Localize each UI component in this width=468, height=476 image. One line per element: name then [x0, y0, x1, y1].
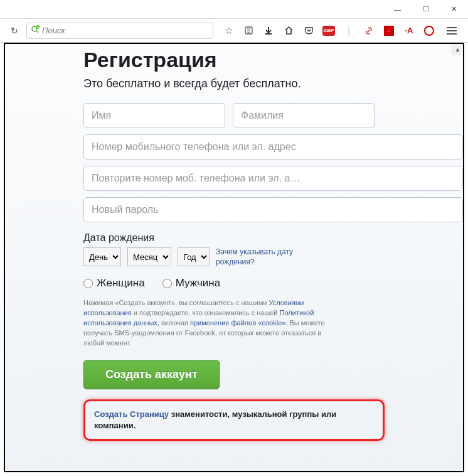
gender-male-label: Мужчина: [176, 277, 220, 289]
window-close-button[interactable]: ✕: [440, 0, 468, 19]
dob-year-select[interactable]: Год: [178, 247, 210, 266]
create-page-link[interactable]: Создать Страницу: [94, 409, 169, 419]
gender-female-option[interactable]: Женщина: [83, 277, 145, 289]
create-account-button[interactable]: Создать аккаунт: [83, 360, 220, 389]
svg-text:+: +: [37, 25, 39, 29]
page-subtitle: Это бесплатно и всегда будет бесплатно.: [83, 77, 463, 90]
adblock-icon[interactable]: ABP: [322, 24, 335, 37]
page-content: ▲ Регистрация Это бесплатно и всегда буд…: [4, 43, 464, 472]
dob-help-link[interactable]: Зачем указывать дату рождения?: [216, 247, 297, 267]
ring-extension-icon[interactable]: [423, 24, 435, 37]
first-name-input[interactable]: [83, 103, 225, 128]
svg-line-1: [36, 31, 38, 33]
window-titlebar: — ☐ ✕: [0, 0, 468, 19]
dob-row: День Месяц Год Зачем указывать дату рожд…: [83, 247, 463, 267]
window-maximize-button[interactable]: ☐: [412, 0, 440, 19]
search-icon: +: [31, 25, 40, 36]
search-box[interactable]: +: [26, 23, 213, 39]
mobile-email-repeat-input[interactable]: [83, 166, 463, 191]
gender-male-radio[interactable]: [162, 279, 172, 288]
separator-icon: |: [343, 24, 355, 37]
page-title: Регистрация: [83, 48, 463, 72]
link-extension-icon[interactable]: [363, 24, 375, 37]
reload-button[interactable]: ↻: [6, 23, 23, 39]
browser-toolbar: ↻ + ☆ ABP | ∴ ·A: [0, 19, 468, 43]
gender-female-label: Женщина: [97, 277, 145, 289]
bookmark-star-icon[interactable]: ☆: [222, 24, 235, 37]
gender-row: Женщина Мужчина: [83, 277, 463, 289]
last-name-input[interactable]: [233, 103, 375, 128]
cookie-policy-link[interactable]: применение файлов «cookie»: [190, 319, 285, 327]
dob-label: Дата рождения: [83, 232, 463, 244]
downloads-icon[interactable]: [262, 24, 275, 37]
mobile-email-input[interactable]: [83, 134, 463, 160]
gender-male-option[interactable]: Мужчина: [162, 277, 220, 289]
dob-month-select[interactable]: Месяц: [127, 247, 171, 266]
home-icon[interactable]: [282, 24, 295, 37]
create-page-callout: Создать Страницу знаменитости, музыкальн…: [83, 399, 385, 441]
scrollbar-up-button[interactable]: ▲: [452, 44, 463, 55]
window-minimize-button[interactable]: —: [383, 0, 412, 19]
password-input[interactable]: [83, 197, 463, 222]
toolbar-icons: ☆ ABP | ∴ ·A: [217, 24, 462, 37]
library-icon[interactable]: [242, 24, 255, 37]
search-input[interactable]: [42, 26, 209, 35]
menu-icon[interactable]: [447, 27, 457, 35]
red-extension-icon[interactable]: ∴: [383, 24, 395, 37]
terms-text: Нажимая «Создать аккаунт», вы соглашаете…: [83, 298, 334, 349]
pocket-icon[interactable]: [302, 24, 315, 37]
dob-day-select[interactable]: День: [83, 247, 121, 266]
font-extension-icon[interactable]: ·A: [403, 24, 415, 37]
create-page-text: Создать Страницу знаменитости, музыкальн…: [94, 409, 374, 431]
gender-female-radio[interactable]: [83, 279, 93, 288]
